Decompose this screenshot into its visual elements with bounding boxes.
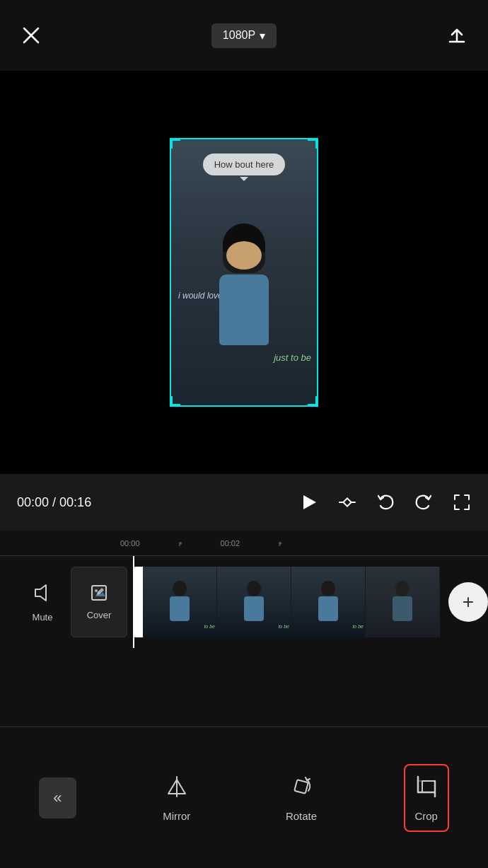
add-clip-button[interactable]: + — [448, 582, 488, 622]
timeline-ruler: 00:00 • 00:02 • — [0, 531, 488, 556]
header: 1080P ▾ — [0, 0, 488, 71]
close-icon — [21, 25, 41, 45]
resolution-button[interactable]: 1080P ▾ — [211, 23, 277, 48]
char-body — [219, 274, 269, 345]
bottom-toolbar: « Mirror Rotate — [0, 727, 488, 868]
frame-figure-1 — [162, 581, 197, 637]
crop-button[interactable]: Crop — [404, 764, 449, 832]
video-content: How bout here i would love ♥ just to be — [171, 139, 317, 405]
ruler-dot-2: • — [279, 542, 281, 545]
speech-bubble: How bout here — [203, 154, 286, 175]
char-face — [226, 241, 262, 270]
character-area: i would love ♥ just to be — [171, 175, 317, 405]
redo-icon — [414, 493, 433, 511]
cover-edit-icon — [90, 584, 108, 606]
mute-section[interactable]: Mute — [14, 582, 71, 623]
current-time: 00:00 — [17, 495, 49, 509]
crop-icon — [414, 774, 439, 804]
play-icon — [300, 493, 318, 511]
keyframe-button[interactable] — [338, 493, 356, 511]
svg-rect-18 — [422, 781, 435, 792]
crop-handle-tr[interactable] — [308, 139, 318, 149]
frame-text-3: to be — [352, 624, 364, 629]
close-button[interactable] — [17, 21, 45, 50]
preview-area: How bout here i would love ♥ just to be — [0, 71, 488, 474]
cover-section[interactable]: Cover — [71, 567, 127, 637]
resolution-dropdown-icon: ▾ — [260, 29, 265, 42]
svg-marker-4 — [303, 495, 316, 509]
svg-point-10 — [95, 589, 98, 592]
mirror-icon — [164, 774, 190, 804]
undo-button[interactable] — [376, 493, 395, 511]
clip-frame-1: to be — [143, 567, 217, 637]
frame-figure-3 — [310, 581, 346, 637]
undo-icon — [376, 493, 395, 511]
play-button[interactable] — [300, 493, 318, 511]
back-icon: « — [53, 789, 62, 807]
crop-handle-bl[interactable] — [170, 396, 180, 406]
crop-handle-br[interactable] — [308, 396, 318, 406]
frame-figure-4 — [385, 581, 420, 637]
rotate-label: Rotate — [286, 810, 317, 822]
svg-marker-8 — [35, 585, 46, 601]
character — [209, 224, 279, 365]
rotate-button[interactable]: Rotate — [277, 765, 325, 831]
add-icon: + — [463, 591, 474, 613]
clip-strip: to be to be to be — [133, 567, 488, 637]
frame-text-1: to be — [204, 624, 215, 629]
clip-frame-4 — [366, 567, 440, 637]
clip-frame-2: to be — [217, 567, 291, 637]
mirror-label: Mirror — [163, 810, 190, 822]
clip-left-handle[interactable] — [133, 567, 143, 637]
svg-marker-13 — [177, 780, 185, 794]
ruler-mark-0: 00:00 — [120, 539, 140, 548]
clip-frame-3: to be — [291, 567, 366, 637]
svg-rect-14 — [294, 780, 308, 794]
time-separator: / — [52, 495, 56, 509]
mute-icon — [32, 582, 53, 608]
crop-handle-tl[interactable] — [170, 139, 180, 149]
redo-button[interactable] — [414, 493, 433, 511]
speech-bubble-text: How bout here — [214, 159, 274, 170]
ruler-dot-1: • — [179, 542, 182, 545]
fullscreen-icon — [453, 493, 471, 511]
fullscreen-button[interactable] — [453, 493, 471, 511]
upload-button[interactable] — [443, 21, 471, 50]
timeline-area: 00:00 • 00:02 • Mute Co — [0, 531, 488, 729]
text-overlay-right: just to be — [274, 352, 311, 363]
svg-rect-5 — [343, 498, 351, 506]
mirror-button[interactable]: Mirror — [154, 765, 199, 831]
total-time: 00:16 — [59, 495, 91, 509]
char-head — [223, 224, 265, 273]
playhead — [133, 556, 134, 648]
crop-label: Crop — [414, 810, 438, 822]
frame-figure-2 — [236, 581, 272, 637]
playback-bar: 00:00 / 00:16 — [0, 474, 488, 531]
keyframe-icon — [338, 493, 356, 511]
timeline-content: Mute Cover — [0, 556, 488, 648]
controls-group — [300, 493, 471, 511]
resolution-label: 1080P — [223, 29, 255, 42]
time-display: 00:00 / 00:16 — [17, 495, 91, 510]
rotate-icon — [289, 774, 314, 804]
video-frame: How bout here i would love ♥ just to be — [170, 138, 318, 407]
upload-icon — [447, 25, 467, 45]
back-button[interactable]: « — [39, 777, 76, 818]
cover-label: Cover — [87, 610, 112, 620]
svg-marker-12 — [168, 780, 177, 794]
ruler-mark-2: 00:02 — [221, 539, 240, 548]
mute-label: Mute — [33, 612, 53, 623]
frame-text-2: to be — [278, 624, 289, 629]
clip-frames: to be to be to be — [143, 567, 440, 637]
